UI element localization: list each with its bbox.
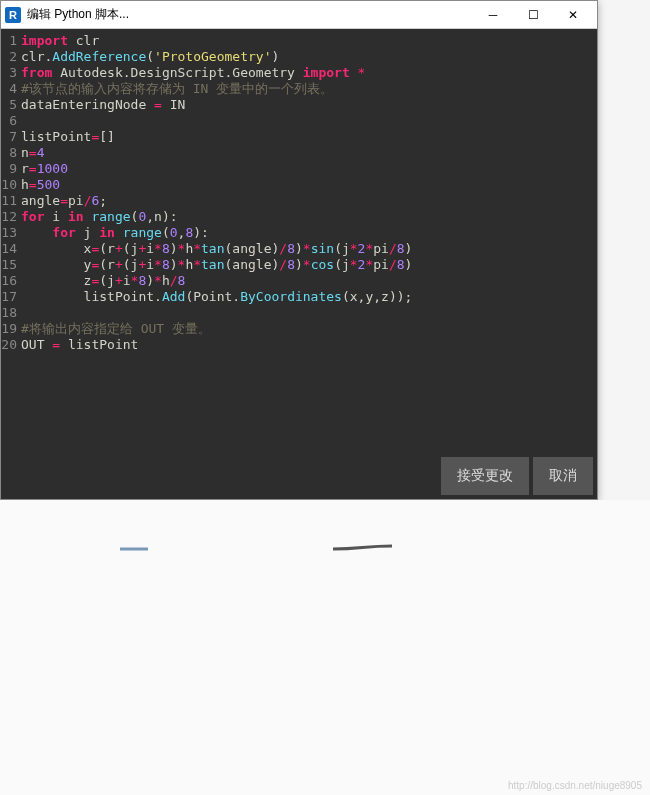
close-button[interactable]: ✕: [553, 2, 593, 28]
watermark: http://blog.csdn.net/niuge8905: [508, 780, 642, 791]
code-editor[interactable]: 1234567891011121314151617181920 import c…: [1, 29, 597, 455]
minimize-button[interactable]: ─: [473, 2, 513, 28]
app-icon: R: [5, 7, 21, 23]
window-title: 编辑 Python 脚本...: [27, 6, 473, 23]
python-editor-window: R 编辑 Python 脚本... ─ ☐ ✕ 1234567891011121…: [0, 0, 598, 500]
code-content[interactable]: import clrclr.AddReference('ProtoGeometr…: [19, 29, 597, 455]
accept-button[interactable]: 接受更改: [441, 457, 529, 495]
maximize-button[interactable]: ☐: [513, 2, 553, 28]
line-numbers: 1234567891011121314151617181920: [1, 29, 19, 455]
node-canvas[interactable]: Python Script IN[0] + - OUT ReferencePoi…: [0, 500, 650, 795]
cancel-button[interactable]: 取消: [533, 457, 593, 495]
titlebar: R 编辑 Python 脚本... ─ ☐ ✕: [1, 1, 597, 29]
